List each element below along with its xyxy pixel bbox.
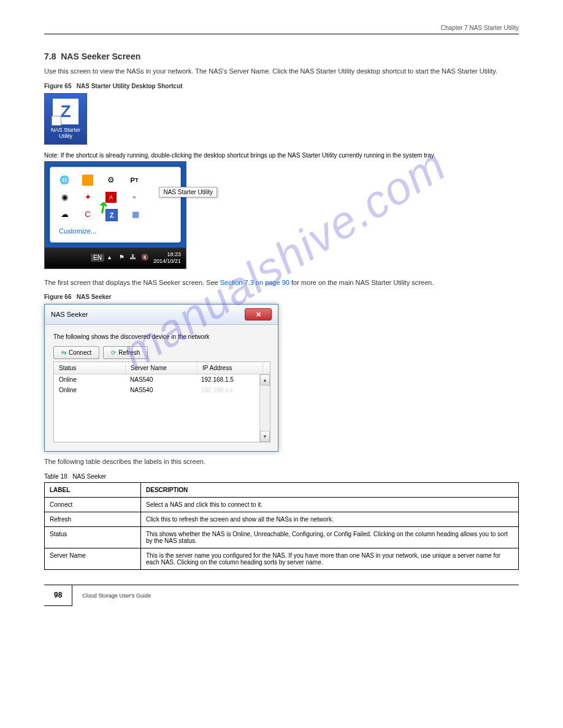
refresh-button[interactable]: ⟳Refresh xyxy=(103,346,148,359)
table-row[interactable]: Online NAS540 192.168.x.x xyxy=(54,385,270,395)
col-status[interactable]: Status xyxy=(54,362,126,374)
table-body: Online NAS540 192.168.1.5 Online NAS540 … xyxy=(54,374,270,442)
window-title: NAS Seeker xyxy=(51,311,88,318)
device-table: Status Server Name IP Address Online NAS… xyxy=(53,362,270,442)
footer-product: Cloud Storage User's Guide xyxy=(72,593,151,599)
seeker-intro: The first screen that displays the NAS S… xyxy=(44,278,519,288)
refresh-icon: ⟳ xyxy=(111,349,116,356)
system-tray-screenshot: 🌐 ⚙ PT ◉ ✦ A ▫ NAS Starter Utility ☁ C Z… xyxy=(44,161,186,269)
nas-starter-shortcut[interactable]: Z NAS Starter Utility xyxy=(44,93,87,145)
table-row[interactable]: Online NAS540 192.168.1.5 xyxy=(54,374,270,385)
window-titlebar: NAS Seeker ✕ xyxy=(45,305,278,325)
taskbar-volume-icon[interactable]: 🔇 xyxy=(141,254,150,262)
customize-link[interactable]: Customize... xyxy=(59,227,172,235)
col-ip-address[interactable]: IP Address xyxy=(197,362,263,374)
tray-icon-cloud[interactable]: ☁ xyxy=(59,209,70,220)
taskbar-chevron-icon[interactable]: ▴ xyxy=(108,254,117,262)
tray-icon-tool[interactable]: ⚙ xyxy=(105,175,117,186)
tray-icon-generic[interactable]: ▫ xyxy=(129,192,140,203)
tray-icon-c[interactable]: C xyxy=(82,209,93,220)
tray-icon-adobe[interactable]: A xyxy=(105,192,117,203)
tray-icon-swirl[interactable]: ◉ xyxy=(59,192,70,203)
th-description: DESCRIPTION xyxy=(141,482,519,497)
section-number: 7.8 xyxy=(44,51,56,61)
taskbar-flag-icon[interactable]: ⚑ xyxy=(119,254,128,262)
section-title: NAS Seeker Screen xyxy=(61,51,140,61)
intro-paragraph: Use this screen to view the NASs in your… xyxy=(44,66,519,77)
tray-icon-blue[interactable]: ▦ xyxy=(130,209,141,220)
tray-icon-pt[interactable]: PT xyxy=(129,175,140,186)
tray-overflow-popup: 🌐 ⚙ PT ◉ ✦ A ▫ NAS Starter Utility ☁ C Z… xyxy=(50,167,181,243)
col-server-name[interactable]: Server Name xyxy=(126,362,197,374)
page-header: Chapter 7 NAS Starter Utility xyxy=(44,25,519,34)
language-indicator[interactable]: EN xyxy=(91,254,104,262)
page-number: 98 xyxy=(44,585,72,606)
scroll-down-icon[interactable]: ▼ xyxy=(260,431,270,442)
tray-icon-globe[interactable]: 🌐 xyxy=(59,175,70,186)
tray-icon-orange[interactable] xyxy=(82,175,93,186)
shortcut-label: NAS Starter Utility xyxy=(45,127,86,139)
connect-icon: ⇆ xyxy=(61,349,66,356)
description-table: LABEL DESCRIPTION Connect Select a NAS a… xyxy=(44,482,519,570)
table-header: Status Server Name IP Address xyxy=(54,362,270,374)
tray-icon-red[interactable]: ✦ xyxy=(82,192,93,203)
table-caption: Table 18 NAS Seeker xyxy=(44,473,519,480)
table-row: Server Name This is the server name you … xyxy=(45,548,519,569)
tray-tooltip: NAS Starter Utility xyxy=(159,187,217,197)
connect-button[interactable]: ⇆Connect xyxy=(53,346,99,359)
table-row: Connect Select a NAS and click this to c… xyxy=(45,497,519,512)
page-footer: 98 Cloud Storage User's Guide xyxy=(44,585,519,606)
table-row: Refresh Click this to refresh the screen… xyxy=(45,512,519,526)
close-button[interactable]: ✕ xyxy=(245,308,272,320)
z-icon: Z xyxy=(53,99,79,124)
seeker-description: The following shows the discovered devic… xyxy=(53,333,269,340)
scrollbar[interactable]: ▲ ▼ xyxy=(259,374,270,442)
section-heading: 7.8 NAS Seeker Screen xyxy=(44,51,519,61)
taskbar-network-icon[interactable]: 🖧 xyxy=(130,254,139,262)
note-text: Note: If the shortcut is already running… xyxy=(44,152,519,159)
table-intro: The following table describes the labels… xyxy=(44,457,519,467)
th-label: LABEL xyxy=(45,482,141,497)
table-row: Status This shows whether the NAS is Onl… xyxy=(45,526,519,548)
scroll-up-icon[interactable]: ▲ xyxy=(260,374,270,385)
taskbar: EN ▴ ⚑ 🖧 🔇 18:23 2014/10/21 xyxy=(45,248,186,268)
nas-seeker-window: NAS Seeker ✕ The following shows the dis… xyxy=(44,304,278,452)
figure-65-label: Figure 65 NAS Starter Utility Desktop Sh… xyxy=(44,83,519,89)
figure-66-label: Figure 66 NAS Seeker xyxy=(44,294,519,300)
taskbar-clock[interactable]: 18:23 2014/10/21 xyxy=(153,251,181,265)
